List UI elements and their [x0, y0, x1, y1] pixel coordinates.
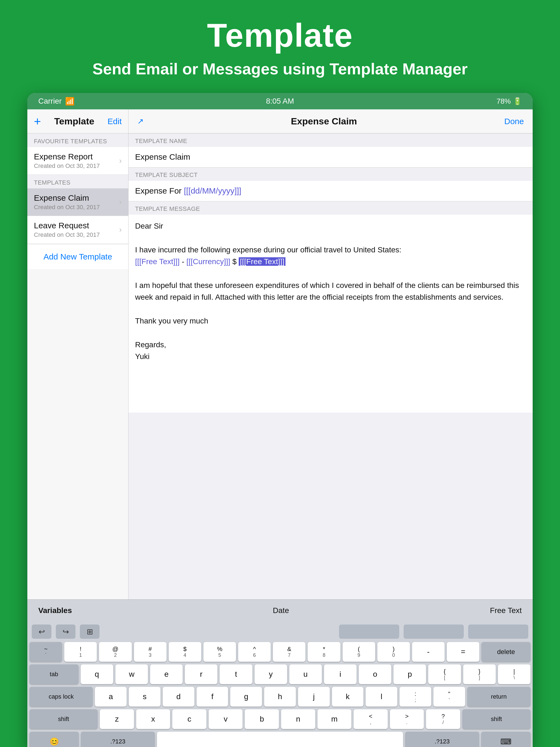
key-h[interactable]: h	[264, 687, 296, 706]
key-shift-right[interactable]: shift	[462, 709, 531, 729]
key-q[interactable]: q	[81, 664, 113, 684]
key-pipe[interactable]: |\	[498, 664, 531, 684]
key-x[interactable]: x	[136, 709, 170, 729]
key-d[interactable]: d	[163, 687, 195, 706]
battery-icon: 🔋	[513, 97, 522, 106]
key-z[interactable]: z	[100, 709, 134, 729]
key-excl-1[interactable]: !1	[64, 642, 97, 662]
template-item-expense-claim[interactable]: Expense Claim Created on Oct 30, 2017 ›	[27, 188, 128, 216]
wifi-icon: 📶	[65, 97, 75, 106]
template-name-field[interactable]: Expense Claim	[128, 147, 533, 168]
main-content: FAVOURITE TEMPLATES Expense Report Creat…	[27, 133, 533, 599]
key-lparen-9[interactable]: (9	[342, 642, 375, 662]
key-u[interactable]: u	[289, 664, 322, 684]
key-quote[interactable]: "'	[433, 687, 465, 706]
key-amp-7[interactable]: &7	[273, 642, 305, 662]
key-y[interactable]: y	[255, 664, 287, 684]
key-tab[interactable]: tab	[29, 664, 78, 684]
key-hash-3[interactable]: #3	[134, 642, 167, 662]
keyboard-input-1[interactable]	[339, 624, 399, 639]
key-rbrace[interactable]: }]	[463, 664, 496, 684]
template-item-leave-request[interactable]: Leave Request Created on Oct 30, 2017 ›	[27, 216, 128, 243]
key-delete[interactable]: delete	[482, 642, 531, 662]
keyboard-row-1: ~` !1 @2 #3 $4 %5 ^6 &7 *8 (9 )0 - = del…	[29, 642, 531, 662]
message-variable-1: [[[Free Text]]]	[135, 257, 180, 266]
template-subject-field[interactable]: Expense For [[[dd/MM/yyyy]]]	[128, 181, 533, 201]
key-symbols-right[interactable]: .?123	[405, 732, 479, 747]
key-s[interactable]: s	[129, 687, 160, 706]
chevron-icon-2: ›	[119, 198, 122, 206]
key-return[interactable]: return	[467, 687, 531, 706]
key-t[interactable]: t	[220, 664, 252, 684]
right-nav-title: Expense Claim	[291, 116, 357, 127]
key-percent-5[interactable]: %5	[203, 642, 236, 662]
template-date-expense-claim: Created on Oct 30, 2017	[34, 204, 119, 211]
key-colon[interactable]: :;	[400, 687, 431, 706]
key-w[interactable]: w	[116, 664, 148, 684]
done-button[interactable]: Done	[504, 117, 524, 126]
subject-prefix: Expense For	[135, 186, 184, 195]
key-equals[interactable]: =	[447, 642, 479, 662]
key-i[interactable]: i	[324, 664, 357, 684]
key-shift-left[interactable]: shift	[29, 709, 98, 729]
free-text-button[interactable]: Free Text	[490, 606, 522, 615]
key-tilde-grave[interactable]: ~`	[29, 642, 62, 662]
variables-button[interactable]: Variables	[38, 606, 72, 615]
key-emoji[interactable]: 😊	[29, 732, 79, 747]
key-question-slash[interactable]: ?/	[426, 709, 460, 729]
key-b[interactable]: b	[245, 709, 279, 729]
add-new-template-button[interactable]: Add New Template	[27, 244, 128, 269]
key-k[interactable]: k	[332, 687, 364, 706]
key-at-2[interactable]: @2	[99, 642, 131, 662]
keyboard-input-3[interactable]	[468, 624, 528, 639]
left-nav: + Template Edit	[27, 109, 128, 133]
key-dollar-4[interactable]: $4	[169, 642, 201, 662]
key-n[interactable]: n	[281, 709, 315, 729]
template-message-area[interactable]: Dear Sir I have incurred the following e…	[128, 215, 533, 413]
redo-button[interactable]: ↪	[56, 624, 75, 639]
key-g[interactable]: g	[230, 687, 262, 706]
key-caret-6[interactable]: ^6	[238, 642, 271, 662]
key-star-8[interactable]: *8	[308, 642, 340, 662]
template-name-expense-claim: Expense Claim	[34, 193, 119, 203]
key-capslock[interactable]: caps lock	[29, 687, 93, 706]
undo-button[interactable]: ↩	[32, 624, 51, 639]
key-lt-comma[interactable]: <,	[354, 709, 388, 729]
edit-button[interactable]: Edit	[107, 117, 122, 126]
key-p[interactable]: p	[393, 664, 426, 684]
key-j[interactable]: j	[298, 687, 330, 706]
key-keyboard[interactable]: ⌨	[481, 732, 531, 747]
key-space[interactable]	[157, 732, 403, 747]
key-gt-period[interactable]: >.	[390, 709, 424, 729]
expand-icon[interactable]: ↗	[137, 117, 144, 126]
keyboard-row-3: caps lock a s d f g h j k l :; "' return	[29, 687, 531, 706]
template-item-expense-report[interactable]: Expense Report Created on Oct 30, 2017 ›	[27, 147, 128, 175]
add-template-nav-button[interactable]: +	[34, 114, 41, 128]
key-lbrace[interactable]: {[	[428, 664, 461, 684]
copy-button[interactable]: ⊞	[80, 624, 100, 639]
subject-variable: [[[dd/MM/yyyy]]]	[184, 186, 241, 195]
key-minus[interactable]: -	[412, 642, 444, 662]
key-o[interactable]: o	[359, 664, 391, 684]
key-e[interactable]: e	[150, 664, 183, 684]
keyboard-row-2: tab q w e r t y u i o p {[ }] |\	[29, 664, 531, 684]
variables-toolbar: Variables Date Free Text	[27, 599, 533, 621]
key-m[interactable]: m	[317, 709, 352, 729]
key-c[interactable]: c	[172, 709, 206, 729]
app-header: Template Send Email or Messages using Te…	[0, 0, 560, 89]
key-rparen-0[interactable]: )0	[377, 642, 410, 662]
keyboard-input-2[interactable]	[404, 624, 464, 639]
status-bar-right: 78% 🔋	[497, 97, 522, 106]
message-dollar: $	[232, 257, 237, 266]
template-name-leave-request: Leave Request	[34, 221, 119, 230]
key-f[interactable]: f	[197, 687, 228, 706]
favourites-header: FAVOURITE TEMPLATES	[27, 133, 128, 147]
key-a[interactable]: a	[95, 687, 127, 706]
key-l[interactable]: l	[365, 687, 397, 706]
key-v[interactable]: v	[209, 709, 243, 729]
nav-container: + Template Edit ↗ Expense Claim Done	[27, 109, 533, 133]
date-button[interactable]: Date	[273, 606, 289, 615]
key-symbols-left[interactable]: .?123	[81, 732, 155, 747]
key-r[interactable]: r	[185, 664, 218, 684]
message-section-header: TEMPLATE MESSAGE	[128, 201, 533, 215]
